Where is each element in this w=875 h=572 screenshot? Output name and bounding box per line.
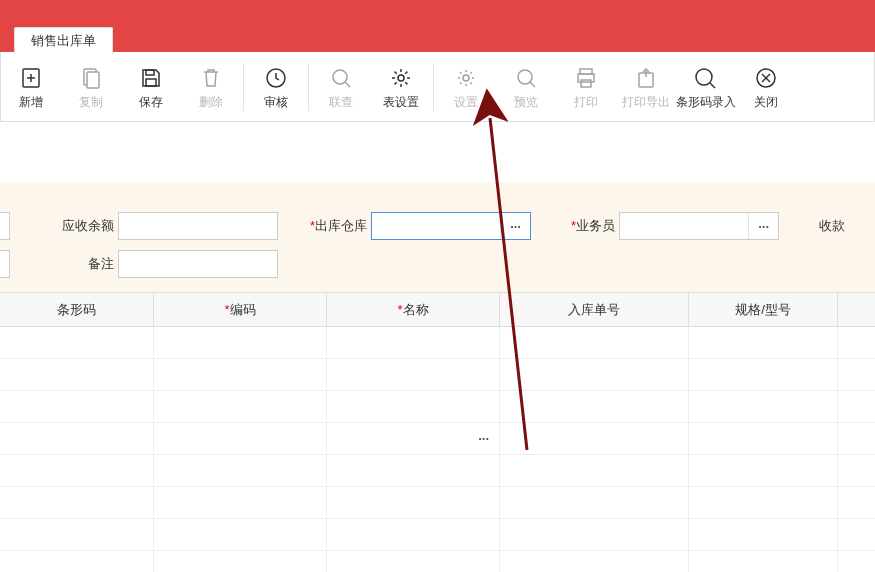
salesperson-combo[interactable]: ··· (619, 212, 779, 240)
print-button: 打印 (556, 64, 616, 111)
svg-point-12 (518, 70, 532, 84)
print-label: 打印 (574, 94, 598, 111)
delete-label: 删除 (199, 94, 223, 111)
barcode-label: 条形码录入 (676, 94, 736, 111)
warehouse-input[interactable] (372, 213, 500, 239)
header-bar: 销售出库单 (0, 0, 875, 52)
active-tab[interactable]: 销售出库单 (14, 27, 113, 54)
receivable-input[interactable] (118, 212, 278, 240)
warehouse-combo[interactable]: ··· (371, 212, 531, 240)
table-row[interactable] (0, 391, 875, 423)
audit-label: 审核 (264, 94, 288, 111)
table-row[interactable] (0, 327, 875, 359)
truncated-field-left-2 (0, 250, 10, 278)
plus-page-icon (19, 66, 43, 90)
settings-button: 设置 (436, 64, 496, 111)
warehouse-picker-icon[interactable]: ··· (500, 213, 530, 239)
svg-rect-4 (87, 72, 99, 88)
close-label: 关闭 (754, 94, 778, 111)
clock-check-icon (264, 66, 288, 90)
magnifier-icon (329, 66, 353, 90)
table-row[interactable] (0, 455, 875, 487)
preview-label: 预览 (514, 94, 538, 111)
barcode-magnifier-icon (693, 66, 719, 90)
table-row[interactable] (0, 359, 875, 391)
col-extra[interactable] (838, 293, 875, 326)
svg-point-18 (696, 69, 712, 85)
save-button[interactable]: 保存 (121, 64, 181, 111)
copy-button: 复制 (61, 64, 121, 111)
close-button[interactable]: 关闭 (736, 64, 796, 111)
svg-point-11 (463, 75, 469, 81)
table-row[interactable] (0, 487, 875, 519)
audit-button[interactable]: 审核 (246, 64, 306, 111)
svg-line-19 (710, 83, 715, 88)
col-spec[interactable]: 规格/型号 (689, 293, 838, 326)
tableset-label: 表设置 (383, 94, 419, 111)
close-circle-icon (754, 66, 778, 90)
set-label: 设置 (454, 94, 478, 111)
barcode-input-button[interactable]: 条形码录入 (676, 64, 736, 111)
preview-icon (514, 66, 538, 90)
trash-icon (199, 66, 223, 90)
table-row[interactable] (0, 551, 875, 572)
print-export-button: 打印导出 (616, 64, 676, 111)
delete-button: 删除 (181, 64, 241, 111)
copy-icon (79, 66, 103, 90)
receivable-label: 应收余额 (54, 217, 114, 235)
grid-header: 条形码 *编码 *名称 入库单号 规格/型号 (0, 293, 875, 327)
joint-query-button: 联查 (311, 64, 371, 111)
toolbar: 新增 复制 保存 删除 审核 联查 表设置 (0, 52, 875, 122)
cell-picker-icon[interactable]: ··· (327, 423, 499, 454)
svg-point-8 (333, 70, 347, 84)
print-icon (574, 66, 598, 90)
col-name[interactable]: *名称 (327, 293, 500, 326)
salesperson-input[interactable] (620, 213, 748, 239)
grid-body: ··· (0, 327, 875, 572)
truncated-field-left (0, 212, 10, 240)
payment-label: 收款 (819, 217, 845, 235)
printexp-label: 打印导出 (622, 94, 670, 111)
joint-label: 联查 (329, 94, 353, 111)
svg-rect-5 (146, 70, 154, 75)
data-grid: 条形码 *编码 *名称 入库单号 规格/型号 ··· (0, 292, 875, 572)
salesperson-label: *业务员 (571, 217, 615, 235)
export-icon (634, 66, 658, 90)
remark-input[interactable] (118, 250, 278, 278)
svg-point-10 (398, 75, 404, 81)
table-row[interactable] (0, 519, 875, 551)
gear-icon (389, 66, 413, 90)
copy-label: 复制 (79, 94, 103, 111)
new-label: 新增 (19, 94, 43, 111)
salesperson-picker-icon[interactable]: ··· (748, 213, 778, 239)
svg-rect-16 (581, 80, 591, 87)
preview-button: 预览 (496, 64, 556, 111)
svg-line-13 (530, 82, 535, 87)
warehouse-label: *出库仓库 (310, 217, 367, 235)
table-settings-button[interactable]: 表设置 (371, 64, 431, 111)
col-barcode[interactable]: 条形码 (0, 293, 154, 326)
col-inbound-no[interactable]: 入库单号 (500, 293, 689, 326)
save-icon (139, 66, 163, 90)
col-code[interactable]: *编码 (154, 293, 327, 326)
remark-label: 备注 (78, 255, 114, 273)
gear-small-icon (454, 66, 478, 90)
filter-form: 应收余额 *出库仓库 ··· *业务员 ··· 收款 备注 (0, 182, 875, 292)
table-row[interactable]: ··· (0, 423, 875, 455)
svg-rect-6 (146, 79, 156, 86)
svg-line-9 (345, 82, 350, 87)
new-button[interactable]: 新增 (1, 64, 61, 111)
save-label: 保存 (139, 94, 163, 111)
